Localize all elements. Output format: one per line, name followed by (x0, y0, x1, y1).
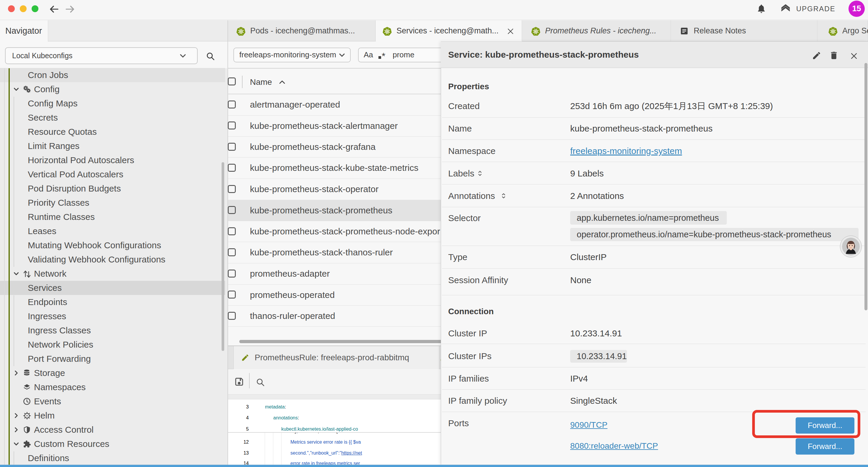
svg-text:H: H (26, 415, 28, 417)
